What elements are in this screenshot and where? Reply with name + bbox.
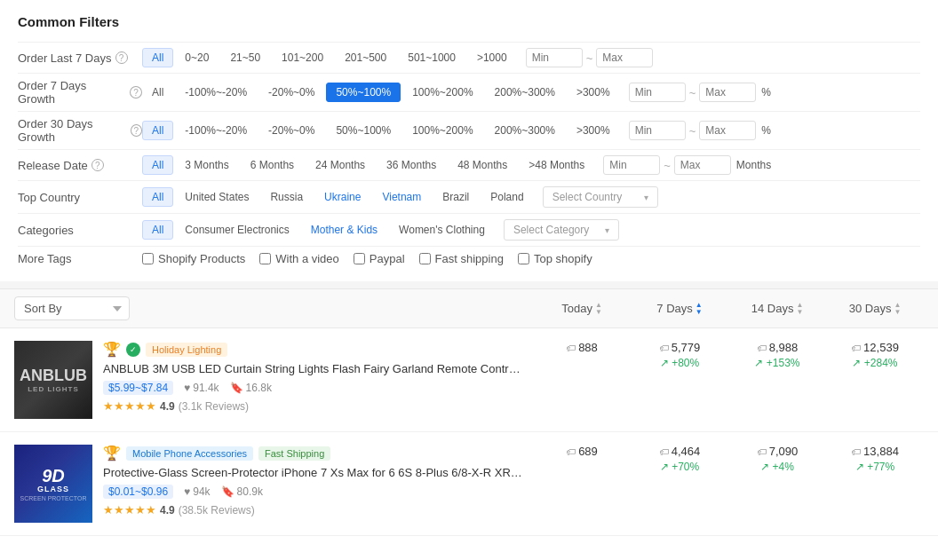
filter-btn-3-4[interactable]: 36 Months [377, 155, 446, 175]
sort-select[interactable]: Sort By [14, 296, 130, 320]
col-header-0[interactable]: Today▲▼ [533, 302, 631, 316]
filter-btn-1-5[interactable]: 200%~300% [485, 83, 565, 102]
filter-btn-3-5[interactable]: 48 Months [448, 155, 517, 175]
filter-btn-1-1[interactable]: -100%~-20% [175, 83, 257, 102]
filter-btn-0-4[interactable]: 201~500 [335, 48, 396, 67]
filter-btn-4-3[interactable]: Ukraine [314, 187, 370, 207]
select-box-4[interactable]: Select Country▾ [543, 186, 658, 208]
tag-checkbox-3[interactable]: Fast shipping [419, 252, 504, 265]
tag-checkbox-input-0[interactable] [142, 253, 154, 264]
filter-row-0: Order Last 7 Days?All0~2021~50101~200201… [18, 42, 920, 73]
filter-btn-0-2[interactable]: 21~50 [220, 48, 270, 67]
tag-checkbox-4[interactable]: Top shopify [518, 252, 592, 265]
filter-btn-2-2[interactable]: -20%~0% [258, 121, 324, 140]
filter-btn-0-1[interactable]: 0~20 [175, 48, 219, 67]
filter-btn-4-1[interactable]: United States [175, 187, 258, 207]
help-icon-3[interactable]: ? [91, 159, 104, 171]
filter-btn-4-6[interactable]: Poland [481, 187, 533, 207]
product-title-0[interactable]: ANBLUB 3M USB LED Curtain String Lights … [103, 362, 522, 375]
stat-change-1-2: ↗ +77% [830, 461, 920, 473]
filter-btn-2-1[interactable]: -100%~-20% [175, 121, 257, 140]
filter-label-0: Order Last 7 Days? [18, 51, 142, 65]
tag-checkbox-input-2[interactable] [354, 253, 365, 264]
tag-checkbox-input-3[interactable] [419, 253, 431, 264]
help-icon-1[interactable]: ? [130, 86, 142, 99]
tag-mobile[interactable]: Mobile Phone Accessories [126, 446, 253, 461]
filter-btn-0-0[interactable]: All [142, 48, 173, 67]
col-header-2[interactable]: 14 Days▲▼ [728, 302, 826, 316]
filter-btn-1-4[interactable]: 100%~200% [402, 83, 482, 102]
filter-btn-0-3[interactable]: 101~200 [272, 48, 333, 67]
select-box-5[interactable]: Select Category▾ [504, 219, 619, 241]
col-header-1[interactable]: 7 Days▲▼ [631, 302, 728, 316]
tag-fast-ship[interactable]: Fast Shipping [258, 446, 330, 461]
col-headers: Today▲▼7 Days▲▼14 Days▲▼30 Days▲▼ [533, 302, 924, 316]
range-inputs-1: ~ % [629, 83, 771, 102]
product-title-1[interactable]: Protective-Glass Screen-Protector iPhone… [103, 466, 522, 479]
range-max-1[interactable] [699, 83, 756, 102]
product-thumb-0: ANBLUBLED LIGHTS [14, 341, 92, 419]
range-min-1[interactable] [629, 83, 686, 102]
range-max-2[interactable] [699, 121, 756, 140]
filter-btn-4-0[interactable]: All [142, 187, 173, 207]
filter-btn-2-5[interactable]: 200%~300% [485, 121, 565, 140]
range-unit-2: % [761, 124, 771, 137]
filter-btn-3-3[interactable]: 24 Months [306, 155, 375, 175]
tag-checkbox-input-1[interactable] [259, 253, 271, 264]
filter-btn-0-5[interactable]: 501~1000 [398, 48, 465, 67]
filter-btn-2-4[interactable]: 100%~200% [402, 121, 482, 140]
range-min-3[interactable] [603, 155, 660, 175]
filter-row-5: CategoriesAllConsumer ElectronicsMother … [18, 213, 920, 246]
tag-checkbox-0[interactable]: Shopify Products [142, 252, 245, 265]
saves-1: 🔖80.9k [221, 485, 263, 498]
verified-icon: ✓ [126, 343, 140, 357]
filter-label-3: Release Date? [18, 159, 142, 172]
likes-0: ♥91.4k [184, 382, 219, 394]
filter-row-3: Release Date?All3 Months6 Months24 Month… [18, 149, 920, 180]
filter-options-3: All3 Months6 Months24 Months36 Months48 … [142, 155, 920, 175]
filter-btn-2-0[interactable]: All [142, 121, 173, 140]
filter-rows: Order Last 7 Days?All0~2021~50101~200201… [18, 42, 920, 246]
filter-btn-2-6[interactable]: >300% [567, 121, 620, 140]
range-max-3[interactable] [674, 155, 731, 175]
rating-score-0: 4.9 [160, 400, 175, 413]
sort-arrows-1: ▲▼ [696, 302, 703, 316]
filter-btn-3-0[interactable]: All [142, 155, 173, 175]
filter-btn-5-1[interactable]: Consumer Electronics [175, 220, 298, 240]
filter-btn-0-6[interactable]: >1000 [467, 48, 517, 67]
range-max-0[interactable] [596, 48, 653, 67]
product-stats-1: 🏷689 🏷4,464 ↗ +70% 🏷7,090 ↗ +4% 🏷13,884 … [533, 445, 924, 473]
filter-btn-2-3[interactable]: 50%~100% [326, 121, 401, 140]
help-icon-2[interactable]: ? [131, 124, 142, 137]
range-min-0[interactable] [526, 48, 583, 67]
filter-label-5: Categories [18, 224, 142, 237]
tag-checkbox-2[interactable]: Paypal [354, 252, 405, 265]
filter-btn-4-2[interactable]: Russia [260, 187, 313, 207]
help-icon-0[interactable]: ? [115, 51, 128, 64]
tag-holiday[interactable]: Holiday Lighting [146, 343, 227, 357]
tag-checkbox-input-4[interactable] [518, 253, 529, 264]
tag-checkbox-1[interactable]: With a video [259, 252, 339, 265]
product-stats-0: 🏷888 🏷5,779 ↗ +80% 🏷8,988 ↗ +153% 🏷12,53… [533, 341, 924, 369]
filter-label-4: Top Country [18, 191, 142, 204]
more-tags-label: More Tags [18, 252, 142, 265]
filter-btn-5-2[interactable]: Mother & Kids [301, 220, 387, 240]
filter-btn-5-0[interactable]: All [142, 220, 173, 240]
filter-btn-4-5[interactable]: Brazil [433, 187, 479, 207]
product-item-1: 9DGLASSSCREEN PROTECTOR 🏆 Mobile Phone A… [0, 432, 938, 536]
filter-btn-1-6[interactable]: >300% [567, 83, 620, 102]
filter-btn-3-2[interactable]: 6 Months [241, 155, 304, 175]
stat-col-0-2: 🏷12,539 ↗ +284% [826, 341, 924, 369]
filter-btn-3-1[interactable]: 3 Months [175, 155, 238, 175]
filter-btn-1-3[interactable]: 50%~100% [326, 83, 401, 102]
filter-btn-4-4[interactable]: Vietnam [372, 187, 431, 207]
filter-row-2: Order 30 Days Growth?All-100%~-20%-20%~0… [18, 111, 920, 149]
filter-btn-1-0[interactable]: All [142, 83, 173, 102]
col-header-3[interactable]: 30 Days▲▼ [826, 302, 924, 316]
filter-btn-5-3[interactable]: Women's Clothing [389, 220, 495, 240]
stat-change-0-2: ↗ +284% [830, 357, 920, 369]
filter-label-2: Order 30 Days Growth? [18, 117, 142, 144]
filter-btn-1-2[interactable]: -20%~0% [258, 83, 324, 102]
filter-btn-3-6[interactable]: >48 Months [519, 155, 594, 175]
range-min-2[interactable] [629, 121, 686, 140]
